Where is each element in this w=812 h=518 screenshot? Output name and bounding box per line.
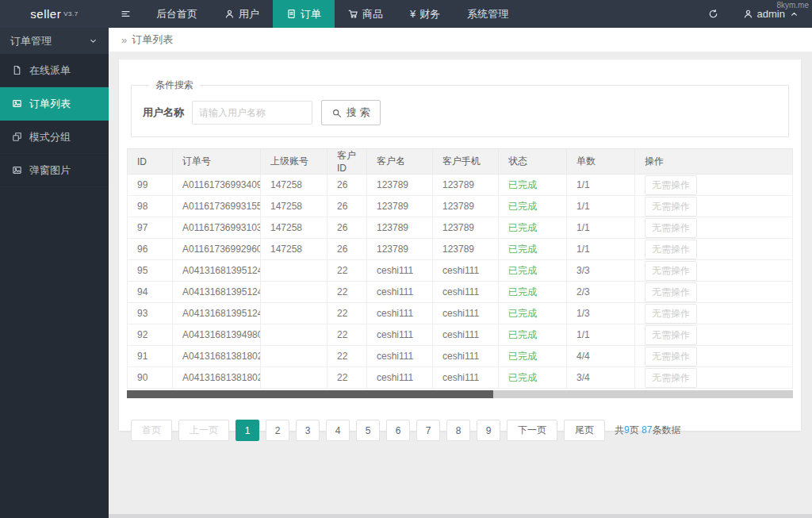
watermark: 8kym.me <box>776 1 809 10</box>
table-row: 94A0413168139512431222ceshi111ceshi111已完… <box>128 282 793 303</box>
cell-customer_id: 22 <box>327 282 367 303</box>
sidebar-group-order-management[interactable]: 订单管理 <box>0 28 109 54</box>
refresh-icon <box>708 9 718 19</box>
nav-item-label: 财务 <box>419 7 440 21</box>
order-table: ID订单号上级账号客户ID客户名客户手机状态单数操作 99A0116173699… <box>127 148 793 389</box>
page-bottom-scrollbar[interactable] <box>109 514 812 518</box>
cell-parent_account: 147258 <box>261 217 327 239</box>
cell-status: 已完成 <box>499 239 567 260</box>
pagination-page-7[interactable]: 7 <box>416 420 440 441</box>
pagination-next-button[interactable]: 下一页 <box>507 420 557 441</box>
cell-status: 已完成 <box>499 303 567 324</box>
sidebar-item-online-dispatch[interactable]: 在线派单 <box>0 54 109 87</box>
cell-customer_id: 22 <box>327 346 367 367</box>
cell-status: 已完成 <box>499 175 567 196</box>
cell-count: 1/1 <box>567 239 635 260</box>
column-header: 客户手机 <box>433 149 499 175</box>
no-action-button[interactable]: 无需操作 <box>645 261 697 281</box>
search-button[interactable]: 搜 索 <box>321 100 381 125</box>
pagination-page-5[interactable]: 5 <box>356 420 380 441</box>
pagination-page-1[interactable]: 1 <box>236 420 259 441</box>
pagination-page-8[interactable]: 8 <box>446 420 470 441</box>
main-area: » 订单列表 条件搜索 用户名称 搜 索 ID订单号上级账号客 <box>109 28 812 518</box>
cell-order_no: A01161736992960833 <box>173 239 261 260</box>
no-action-button[interactable]: 无需操作 <box>645 282 697 302</box>
nav-item-goods[interactable]: 商品 <box>335 0 396 28</box>
cell-id: 94 <box>128 282 173 303</box>
nav-item-label: 后台首页 <box>156 7 197 21</box>
cell-count: 2/3 <box>567 282 635 303</box>
sidebar-item-order-list[interactable]: 订单列表 <box>0 87 109 121</box>
cell-count: 1/1 <box>567 196 635 217</box>
app-logo[interactable]: seller V3.7 <box>0 0 109 28</box>
pagination-last-button[interactable]: 尾页 <box>564 420 605 441</box>
cell-parent_account: 147258 <box>261 175 327 196</box>
nav-item-finance[interactable]: ¥财务 <box>396 0 454 28</box>
table-row: 90A0413168138180223222ceshi111ceshi111已完… <box>128 367 793 389</box>
column-header: 上级账号 <box>261 149 327 175</box>
no-action-button[interactable]: 无需操作 <box>645 325 697 345</box>
cell-customer_phone: ceshi111 <box>433 303 499 324</box>
summary-prefix: 共 <box>615 424 624 436</box>
cell-customer_phone: 123789 <box>433 217 499 239</box>
no-action-button[interactable]: 无需操作 <box>645 197 697 217</box>
cell-order_no: A04131681381802494 <box>173 346 261 367</box>
column-header: ID <box>128 149 173 175</box>
sidebar-toggle-button[interactable] <box>109 0 143 28</box>
no-action-button[interactable]: 无需操作 <box>645 218 697 238</box>
cell-customer_id: 22 <box>327 260 367 282</box>
no-action-button[interactable]: 无需操作 <box>645 240 697 259</box>
nav-item-system[interactable]: 系统管理 <box>454 0 522 28</box>
pagination-page-3[interactable]: 3 <box>296 420 320 441</box>
cell-order_no: A04131681395124598 <box>173 260 261 282</box>
cell-customer_phone: ceshi111 <box>433 260 499 282</box>
sidebar-item-popup-image[interactable]: 弹窗图片 <box>0 154 109 187</box>
column-header: 客户名 <box>367 149 433 175</box>
cell-id: 99 <box>128 175 173 196</box>
no-action-button[interactable]: 无需操作 <box>645 304 697 324</box>
cell-action: 无需操作 <box>635 260 793 282</box>
status-badge: 已完成 <box>508 351 537 362</box>
nav-item-home[interactable]: 后台首页 <box>143 0 211 28</box>
cell-id: 96 <box>128 239 173 260</box>
username-search-input[interactable] <box>192 101 312 125</box>
cell-customer_name: 123789 <box>367 175 433 196</box>
cell-action: 无需操作 <box>635 346 793 367</box>
cell-id: 97 <box>128 217 173 239</box>
nav-item-order[interactable]: 订单 <box>273 0 335 28</box>
cell-action: 无需操作 <box>635 175 793 196</box>
summary-suffix: 条数据 <box>652 424 680 436</box>
cell-customer_name: ceshi111 <box>367 282 433 303</box>
pagination: 首页 上一页 123456789 下一页 尾页 共9页 87条数据 <box>131 420 789 441</box>
cell-customer_name: 123789 <box>367 239 433 260</box>
sidebar-item-label: 模式分组 <box>29 130 71 144</box>
horizontal-scrollbar-track[interactable] <box>127 390 793 398</box>
table-row: 95A0413168139512459822ceshi111ceshi111已完… <box>128 260 793 282</box>
nav-item-user[interactable]: 用户 <box>211 0 273 28</box>
summary-total-pages: 9 <box>624 424 630 436</box>
pagination-page-9[interactable]: 9 <box>477 420 500 441</box>
cell-customer_phone: 123789 <box>433 196 499 217</box>
pagination-page-4[interactable]: 4 <box>326 420 350 441</box>
cell-parent_account <box>261 260 327 282</box>
cell-order_no: A04131681395124517 <box>173 303 261 324</box>
pagination-prev-button[interactable]: 上一页 <box>178 420 229 441</box>
no-action-button[interactable]: 无需操作 <box>645 347 697 366</box>
table-row: 99A0116173699340915114725826123789123789… <box>128 175 793 196</box>
cell-customer_id: 26 <box>327 239 367 260</box>
horizontal-scrollbar-thumb[interactable] <box>127 390 493 398</box>
pagination-first-button[interactable]: 首页 <box>131 420 172 441</box>
no-action-button[interactable]: 无需操作 <box>645 368 697 388</box>
pagination-page-6[interactable]: 6 <box>386 420 410 441</box>
pagination-page-2[interactable]: 2 <box>266 420 289 441</box>
status-badge: 已完成 <box>508 179 537 190</box>
no-action-button[interactable]: 无需操作 <box>645 175 697 195</box>
cell-customer_phone: 123789 <box>433 175 499 196</box>
chevron-up-icon <box>789 9 799 19</box>
cell-customer_phone: 123789 <box>433 239 499 260</box>
sidebar-item-mode-group[interactable]: 模式分组 <box>0 121 109 154</box>
status-badge: 已完成 <box>508 308 537 319</box>
breadcrumb: » 订单列表 <box>109 28 812 52</box>
search-field-label: 用户名称 <box>143 106 184 120</box>
refresh-button[interactable] <box>696 0 730 28</box>
